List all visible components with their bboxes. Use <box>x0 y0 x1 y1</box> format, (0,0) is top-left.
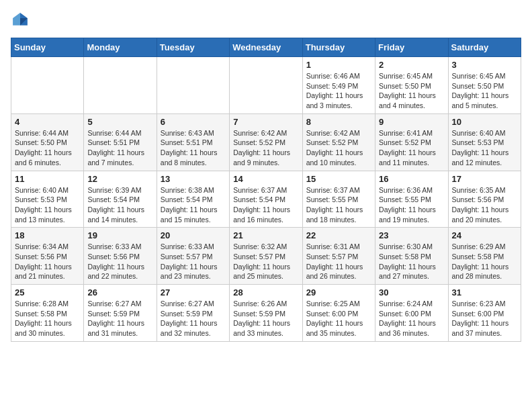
day-detail: Sunrise: 6:42 AM Sunset: 5:52 PM Dayligh… <box>233 128 298 168</box>
day-number: 6 <box>161 117 226 127</box>
day-number: 26 <box>87 287 152 298</box>
calendar-cell: 26Sunrise: 6:27 AM Sunset: 5:59 PM Dayli… <box>84 285 157 342</box>
weekday-header-wednesday: Wednesday <box>230 38 302 57</box>
calendar-cell: 14Sunrise: 6:37 AM Sunset: 5:54 PM Dayli… <box>230 171 302 228</box>
day-number: 23 <box>379 230 444 240</box>
day-number: 20 <box>161 230 226 240</box>
day-number: 13 <box>161 174 226 184</box>
calendar-cell: 21Sunrise: 6:32 AM Sunset: 5:57 PM Dayli… <box>230 228 302 285</box>
weekday-header-saturday: Saturday <box>448 38 521 57</box>
calendar-cell: 13Sunrise: 6:38 AM Sunset: 5:54 PM Dayli… <box>157 171 229 228</box>
logo-icon <box>11 11 30 30</box>
day-detail: Sunrise: 6:33 AM Sunset: 5:57 PM Dayligh… <box>161 242 226 281</box>
calendar-cell: 30Sunrise: 6:24 AM Sunset: 6:00 PM Dayli… <box>375 285 448 342</box>
calendar-cell <box>84 57 157 114</box>
day-detail: Sunrise: 6:40 AM Sunset: 5:53 PM Dayligh… <box>15 185 80 225</box>
day-detail: Sunrise: 6:39 AM Sunset: 5:54 PM Dayligh… <box>87 185 152 225</box>
day-number: 11 <box>15 174 80 184</box>
calendar-cell: 8Sunrise: 6:42 AM Sunset: 5:52 PM Daylig… <box>302 113 375 171</box>
day-detail: Sunrise: 6:46 AM Sunset: 5:49 PM Dayligh… <box>306 71 371 111</box>
day-number: 28 <box>233 287 298 298</box>
calendar-cell: 4Sunrise: 6:44 AM Sunset: 5:50 PM Daylig… <box>11 113 84 171</box>
day-number: 2 <box>379 60 444 70</box>
day-number: 22 <box>306 230 371 240</box>
day-number: 24 <box>452 230 517 240</box>
calendar-cell: 2Sunrise: 6:45 AM Sunset: 5:50 PM Daylig… <box>375 57 448 114</box>
calendar-cell: 11Sunrise: 6:40 AM Sunset: 5:53 PM Dayli… <box>11 171 84 228</box>
day-detail: Sunrise: 6:26 AM Sunset: 5:59 PM Dayligh… <box>233 299 298 338</box>
day-detail: Sunrise: 6:37 AM Sunset: 5:54 PM Dayligh… <box>233 185 298 225</box>
day-number: 27 <box>161 287 226 298</box>
calendar-week-row: 18Sunrise: 6:34 AM Sunset: 5:56 PM Dayli… <box>11 228 521 285</box>
day-number: 10 <box>452 117 517 127</box>
calendar-cell: 29Sunrise: 6:25 AM Sunset: 6:00 PM Dayli… <box>302 285 375 342</box>
day-number: 5 <box>87 117 152 127</box>
calendar-cell: 24Sunrise: 6:29 AM Sunset: 5:58 PM Dayli… <box>448 228 521 285</box>
calendar-cell: 28Sunrise: 6:26 AM Sunset: 5:59 PM Dayli… <box>230 285 302 342</box>
day-number: 7 <box>233 117 298 127</box>
calendar-cell: 6Sunrise: 6:43 AM Sunset: 5:51 PM Daylig… <box>157 113 229 171</box>
day-detail: Sunrise: 6:42 AM Sunset: 5:52 PM Dayligh… <box>306 128 371 168</box>
day-detail: Sunrise: 6:35 AM Sunset: 5:56 PM Dayligh… <box>452 185 517 225</box>
day-number: 29 <box>306 287 371 298</box>
day-detail: Sunrise: 6:33 AM Sunset: 5:56 PM Dayligh… <box>87 242 152 281</box>
calendar-week-row: 4Sunrise: 6:44 AM Sunset: 5:50 PM Daylig… <box>11 113 521 171</box>
day-detail: Sunrise: 6:25 AM Sunset: 6:00 PM Dayligh… <box>306 299 371 338</box>
calendar-cell: 10Sunrise: 6:40 AM Sunset: 5:53 PM Dayli… <box>448 113 521 171</box>
day-number: 12 <box>87 174 152 184</box>
calendar-cell: 3Sunrise: 6:45 AM Sunset: 5:50 PM Daylig… <box>448 57 521 114</box>
day-number: 17 <box>452 174 517 184</box>
calendar-cell: 15Sunrise: 6:37 AM Sunset: 5:55 PM Dayli… <box>302 171 375 228</box>
day-detail: Sunrise: 6:45 AM Sunset: 5:50 PM Dayligh… <box>379 71 444 111</box>
day-detail: Sunrise: 6:44 AM Sunset: 5:50 PM Dayligh… <box>15 128 80 168</box>
page-header <box>11 11 521 30</box>
weekday-header-friday: Friday <box>375 38 448 57</box>
day-number: 18 <box>15 230 80 240</box>
calendar-week-row: 11Sunrise: 6:40 AM Sunset: 5:53 PM Dayli… <box>11 171 521 228</box>
calendar-week-row: 25Sunrise: 6:28 AM Sunset: 5:58 PM Dayli… <box>11 285 521 342</box>
day-detail: Sunrise: 6:40 AM Sunset: 5:53 PM Dayligh… <box>452 128 517 168</box>
calendar-cell: 12Sunrise: 6:39 AM Sunset: 5:54 PM Dayli… <box>84 171 157 228</box>
day-detail: Sunrise: 6:37 AM Sunset: 5:55 PM Dayligh… <box>306 185 371 225</box>
day-number: 15 <box>306 174 371 184</box>
calendar-cell: 18Sunrise: 6:34 AM Sunset: 5:56 PM Dayli… <box>11 228 84 285</box>
day-detail: Sunrise: 6:41 AM Sunset: 5:52 PM Dayligh… <box>379 128 444 168</box>
weekday-header-monday: Monday <box>84 38 157 57</box>
day-detail: Sunrise: 6:36 AM Sunset: 5:55 PM Dayligh… <box>379 185 444 225</box>
calendar-cell: 27Sunrise: 6:27 AM Sunset: 5:59 PM Dayli… <box>157 285 229 342</box>
day-detail: Sunrise: 6:24 AM Sunset: 6:00 PM Dayligh… <box>379 299 444 338</box>
day-detail: Sunrise: 6:30 AM Sunset: 5:58 PM Dayligh… <box>379 242 444 281</box>
calendar-cell: 31Sunrise: 6:23 AM Sunset: 6:00 PM Dayli… <box>448 285 521 342</box>
day-detail: Sunrise: 6:29 AM Sunset: 5:58 PM Dayligh… <box>452 242 517 281</box>
day-number: 8 <box>306 117 371 127</box>
calendar-cell <box>11 57 84 114</box>
day-detail: Sunrise: 6:32 AM Sunset: 5:57 PM Dayligh… <box>233 242 298 281</box>
day-number: 21 <box>233 230 298 240</box>
day-number: 19 <box>87 230 152 240</box>
day-number: 14 <box>233 174 298 184</box>
day-detail: Sunrise: 6:44 AM Sunset: 5:51 PM Dayligh… <box>87 128 152 168</box>
logo <box>11 11 32 30</box>
day-detail: Sunrise: 6:28 AM Sunset: 5:58 PM Dayligh… <box>15 299 80 338</box>
calendar-table: SundayMondayTuesdayWednesdayThursdayFrid… <box>11 38 521 342</box>
day-detail: Sunrise: 6:31 AM Sunset: 5:57 PM Dayligh… <box>306 242 371 281</box>
weekday-header-sunday: Sunday <box>11 38 84 57</box>
calendar-cell: 23Sunrise: 6:30 AM Sunset: 5:58 PM Dayli… <box>375 228 448 285</box>
day-detail: Sunrise: 6:43 AM Sunset: 5:51 PM Dayligh… <box>161 128 226 168</box>
day-number: 9 <box>379 117 444 127</box>
calendar-cell: 16Sunrise: 6:36 AM Sunset: 5:55 PM Dayli… <box>375 171 448 228</box>
day-number: 4 <box>15 117 80 127</box>
calendar-cell: 7Sunrise: 6:42 AM Sunset: 5:52 PM Daylig… <box>230 113 302 171</box>
day-detail: Sunrise: 6:45 AM Sunset: 5:50 PM Dayligh… <box>452 71 517 111</box>
calendar-cell <box>157 57 229 114</box>
calendar-cell: 20Sunrise: 6:33 AM Sunset: 5:57 PM Dayli… <box>157 228 229 285</box>
day-number: 3 <box>452 60 517 70</box>
day-number: 30 <box>379 287 444 298</box>
calendar-cell: 19Sunrise: 6:33 AM Sunset: 5:56 PM Dayli… <box>84 228 157 285</box>
calendar-cell: 22Sunrise: 6:31 AM Sunset: 5:57 PM Dayli… <box>302 228 375 285</box>
calendar-header-row: SundayMondayTuesdayWednesdayThursdayFrid… <box>11 38 521 57</box>
calendar-cell: 9Sunrise: 6:41 AM Sunset: 5:52 PM Daylig… <box>375 113 448 171</box>
day-number: 25 <box>15 287 80 298</box>
calendar-cell <box>230 57 302 114</box>
day-detail: Sunrise: 6:27 AM Sunset: 5:59 PM Dayligh… <box>161 299 226 338</box>
